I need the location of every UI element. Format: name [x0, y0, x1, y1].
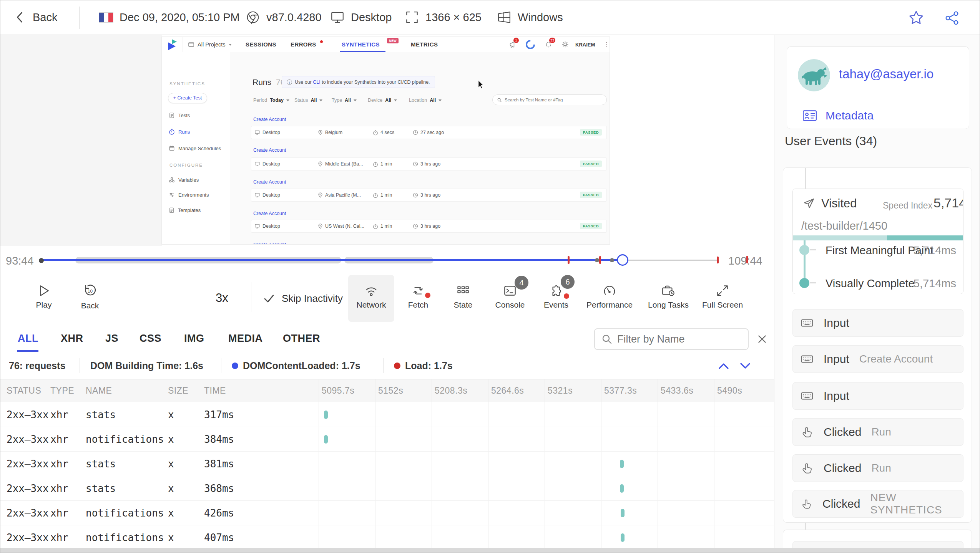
events-panel-button[interactable]: 6 Events	[533, 275, 579, 322]
network-tab-js[interactable]: JS	[105, 325, 118, 352]
state-panel-button[interactable]: State	[440, 275, 486, 322]
run-row[interactable]: Desktop Middle East (Ba... 1 min 3 hrs a…	[251, 157, 607, 171]
event-item-input[interactable]: Input	[792, 382, 963, 410]
filter-device[interactable]: DeviceAll	[368, 98, 397, 103]
share-button[interactable]	[944, 10, 960, 26]
metadata-label: Metadata	[826, 109, 874, 122]
speed-toggle[interactable]: 3x	[216, 291, 228, 305]
network-filter-input[interactable]	[617, 333, 744, 345]
network-filter-box[interactable]	[594, 328, 749, 350]
run-row[interactable]: Desktop US West (N. Cal... 1 min 3 hrs a…	[251, 220, 607, 233]
timeline-progress[interactable]	[42, 259, 623, 261]
network-tabs-row: ALL XHR JS CSS IMG MEDIA OTHER	[0, 325, 774, 352]
long-tasks-label: Long Tasks	[645, 300, 691, 310]
event-marker-red[interactable]	[599, 256, 601, 264]
play-button[interactable]: Play	[21, 275, 67, 322]
play-icon	[37, 283, 51, 298]
app-sidebar-item-runs[interactable]: Runs	[169, 129, 190, 135]
network-panel-button[interactable]: Network	[348, 275, 394, 322]
run-group-link[interactable]: Create Account	[253, 147, 286, 153]
run-group-link[interactable]: Create Account	[253, 179, 286, 185]
event-marker-red[interactable]	[568, 256, 570, 264]
visited-event-card[interactable]: Visited Speed Index 5,714 /test-builder/…	[792, 189, 963, 294]
clock-icon	[413, 161, 418, 167]
filter-type[interactable]: TypeAll	[332, 98, 357, 103]
network-tab-css[interactable]: CSS	[140, 325, 161, 352]
cli-link[interactable]: CLI	[313, 79, 320, 85]
app-search-box[interactable]	[492, 94, 607, 105]
kebab-menu-icon[interactable]: ⋮	[604, 41, 610, 48]
console-panel-button[interactable]: 4 Console	[487, 275, 533, 322]
app-tab-metrics[interactable]: METRICS	[411, 37, 438, 52]
gear-icon[interactable]	[561, 41, 569, 48]
user-email-link[interactable]: tahay@asayer.io	[839, 67, 933, 81]
timeline-track-remaining[interactable]	[623, 260, 719, 261]
skip-inactivity-toggle[interactable]: Skip Inactivity	[263, 275, 343, 322]
network-tab-media[interactable]: MEDIA	[228, 325, 263, 352]
event-item-clicked[interactable]: Clicked NEW SYNTHETICS	[792, 490, 963, 518]
app-user-menu[interactable]: KRAIEM	[575, 42, 595, 48]
network-request-row[interactable]: 2xx–3xxxhrnotificationsx426ms	[0, 501, 774, 525]
waterfall-bar	[621, 509, 625, 517]
app-sidebar-item-templates[interactable]: Templates	[169, 207, 201, 214]
network-request-row[interactable]: 2xx–3xxxhrstatsx381ms	[0, 452, 774, 476]
event-item-clicked[interactable]: Clicked Run	[792, 454, 963, 482]
stopwatch-icon	[373, 224, 378, 229]
app-sidebar-label: Manage Schedules	[178, 146, 221, 151]
app-sidebar-item-environments[interactable]: Environments	[169, 192, 209, 198]
long-tasks-panel-button[interactable]: Long Tasks	[645, 275, 691, 322]
filter-period[interactable]: PeriodToday	[253, 98, 289, 103]
run-row[interactable]: Desktop Asia Pacific (M... 1 min 3 hrs a…	[251, 189, 607, 202]
app-sidebar-item-variables[interactable]: Variables	[169, 177, 199, 183]
variables-icon	[169, 177, 175, 183]
network-tab-xhr[interactable]: XHR	[61, 325, 83, 352]
metadata-button[interactable]: Metadata	[802, 109, 874, 122]
session-date: Dec 09, 2020, 05:10 PM	[99, 0, 240, 34]
speed-index-value: 5,714	[933, 195, 963, 210]
network-tab-all[interactable]: ALL	[18, 325, 38, 352]
jump-next-icon[interactable]	[737, 360, 753, 372]
filter-status[interactable]: StatusAll	[294, 98, 322, 103]
filter-location[interactable]: LocationAll	[409, 98, 442, 103]
controls-divider	[251, 282, 251, 312]
network-tab-other[interactable]: OTHER	[283, 325, 320, 352]
create-test-button[interactable]: + Create Test	[168, 93, 207, 103]
app-sidebar-item-tests[interactable]: Tests	[169, 112, 190, 119]
back-10s-button[interactable]: 10 Back	[67, 275, 113, 322]
resolution-label: 1366 × 625	[425, 11, 482, 24]
network-request-row[interactable]: 2xx–3xxxhrnotificationsx384ms	[0, 427, 774, 452]
run-row[interactable]: Desktop Belgium 4 secs 27 sec ago PASSED	[251, 126, 607, 139]
app-search-input[interactable]	[505, 98, 601, 102]
full-screen-button[interactable]: Full Screen	[699, 275, 746, 322]
app-sidebar-label: Templates	[178, 207, 201, 213]
app-tab-sessions[interactable]: SESSIONS	[246, 37, 276, 52]
jump-prev-icon[interactable]	[716, 360, 731, 372]
close-panel-icon[interactable]	[756, 333, 768, 345]
network-request-row[interactable]: 2xx–3xxxhrnotificationsx407ms	[0, 525, 774, 550]
performance-gauge-icon	[602, 283, 617, 298]
app-sidebar-item-manage-schedules[interactable]: Manage Schedules	[169, 145, 221, 151]
replay-mouse-cursor	[478, 80, 486, 90]
run-group-link[interactable]: Create Account	[253, 242, 286, 244]
performance-panel-button[interactable]: Performance	[586, 275, 633, 322]
run-group-link[interactable]: Create Account	[253, 211, 286, 216]
fetch-panel-button[interactable]: Fetch	[395, 275, 441, 322]
network-request-row[interactable]: 2xx–3xxxhrstatsx368ms	[0, 476, 774, 501]
app-tab-errors[interactable]: ERRORS	[291, 37, 316, 52]
network-panel: ALL XHR JS CSS IMG MEDIA OTHER 76: reque…	[0, 325, 774, 553]
run-group-link[interactable]: Create Account	[253, 117, 286, 122]
event-item-clicked[interactable]: Clicked Run	[792, 418, 963, 446]
back-button[interactable]: Back	[13, 0, 57, 34]
network-tab-img[interactable]: IMG	[184, 325, 204, 352]
event-item-input[interactable]: Input Create Account	[792, 345, 963, 373]
stats-divider	[221, 358, 221, 373]
timeline-scrubber[interactable]	[617, 254, 628, 266]
app-tab-synthetics[interactable]: SYNTHETICS	[342, 37, 380, 52]
event-marker-dot[interactable]	[610, 258, 614, 262]
event-item-input[interactable]: Input	[792, 309, 963, 337]
app-project-picker[interactable]: All Projects	[188, 37, 232, 52]
event-marker-dot[interactable]	[595, 258, 599, 262]
favorite-button[interactable]	[908, 10, 924, 26]
network-request-row[interactable]: 2xx–3xxxhrstatsx317ms	[0, 402, 774, 427]
vc-dot	[799, 278, 809, 288]
